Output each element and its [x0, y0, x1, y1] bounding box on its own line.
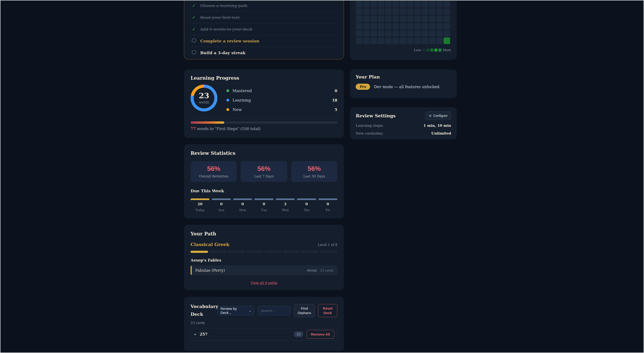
settings-row-label: New cards/day: [356, 131, 384, 136]
heatmap-cell [436, 16, 443, 22]
donut-legend-row: Learning18 [226, 95, 337, 105]
checkmark-icon: ✓ [191, 15, 196, 20]
deck-group-count-badge: 23 [294, 331, 303, 337]
legend-dot [226, 99, 229, 102]
book-accent-stripe [190, 265, 192, 275]
due-day-count: 0 [212, 202, 230, 206]
expand-caret-icon[interactable]: ▶ [194, 333, 196, 335]
heatmap-cell [378, 30, 384, 37]
heatmap-cell [429, 1, 436, 8]
heatmap-legend-more: More [443, 48, 451, 52]
due-day-label: Wed [276, 208, 295, 212]
view-all-paths-link[interactable]: View all 4 paths [190, 281, 337, 285]
legend-dot [226, 89, 229, 92]
heatmap-cell [436, 30, 443, 37]
checklist-item[interactable]: ✓Read your first text [191, 12, 336, 23]
heatmap-cell [407, 30, 414, 37]
heatmap-cell [370, 8, 377, 15]
checklist-item[interactable]: ✓Add 5 words to your deck [191, 23, 336, 35]
heatmap-cell [385, 1, 392, 8]
due-day-count: 0 [297, 202, 316, 206]
heatmap-cell [444, 30, 450, 37]
legend-label: New [232, 107, 242, 112]
checkmark-icon: ✓ [191, 3, 196, 8]
heatmap-cell [422, 16, 428, 22]
heatmap-cell [444, 1, 450, 8]
plan-description: Dev mode — all features unlocked. [374, 85, 440, 89]
vocabulary-deck-card: Vocabulary Deck Review by Deck... ⌄ Find… [184, 297, 344, 351]
donut-word-count: 23 [199, 92, 210, 99]
settings-row: New cards/day:Unlimited [356, 131, 451, 136]
heatmap-legend-swatch [430, 49, 434, 52]
settings-row: Learning steps:1 min, 10 min [356, 124, 451, 128]
path-level-segment [228, 251, 245, 253]
heatmap-cell [392, 30, 399, 37]
stat-label: Last 30 Days [304, 174, 325, 178]
your-path-card: Your Path Classical Greek Level 1 of 8 A… [184, 225, 344, 290]
donut-center: 23 words [194, 88, 214, 108]
heatmap-cell [400, 16, 406, 22]
heatmap-cell [392, 23, 399, 30]
circle-icon [191, 38, 196, 44]
search-input[interactable] [258, 306, 291, 315]
deck-group-row[interactable]: ▶ 257 23 Remove All [190, 328, 337, 340]
heatmap-cell [356, 38, 362, 44]
heatmap-cell [422, 1, 428, 8]
deck-group-name: 257 [200, 332, 208, 336]
heatmap-cell [422, 23, 428, 30]
heatmap-cell [363, 1, 370, 8]
path-level-text: Level 1 of 8 [318, 243, 337, 247]
heatmap-cell [392, 1, 399, 8]
checklist-item[interactable]: Build a 3-day streak [191, 47, 336, 59]
dashboard-page: ✓Choose a learning path✓Read your first … [0, 0, 644, 353]
heatmap-cell [414, 30, 421, 37]
heatmap-cell [363, 38, 370, 44]
legend-label: Mastered [232, 88, 252, 93]
heatmap-legend-swatch [434, 49, 438, 52]
heatmap-cell [363, 23, 370, 30]
settings-row-value: Unlimited [431, 131, 451, 136]
due-day-column: 20Today [190, 198, 210, 212]
heatmap-cell [400, 30, 406, 37]
legend-value: 18 [332, 98, 337, 103]
due-day-column: 0Thu [297, 198, 316, 212]
book-row[interactable]: Fabulae (Perry) Aesop 23 cards [190, 265, 337, 275]
heatmap-cell [385, 23, 392, 30]
due-day-bar [190, 198, 210, 200]
heatmap-cell [363, 16, 370, 22]
chevron-down-icon: ⌄ [249, 309, 252, 312]
heatmap-cell [444, 23, 450, 30]
heatmap-cell [444, 8, 450, 15]
heatmap-cell [392, 16, 399, 22]
review-mode-select[interactable]: Review by Deck... ⌄ [218, 306, 254, 315]
checklist-item[interactable]: Complete a review session [191, 35, 336, 47]
heatmap-cell [392, 38, 399, 44]
review-statistics-card: Review Statistics 56%Overall Retention56… [184, 144, 344, 218]
plan-row: Pro Dev mode — all features unlocked. [356, 84, 451, 90]
heatmap-legend-swatch [426, 49, 430, 52]
remove-all-button[interactable]: Remove All [306, 330, 334, 339]
heatmap-cell [378, 16, 384, 22]
review-statistics-title: Review Statistics [190, 150, 337, 156]
heatmap-cell [378, 38, 384, 44]
milestone-progress-bar [190, 121, 337, 124]
due-day-bar [212, 198, 230, 200]
heatmap-cell [429, 23, 436, 30]
heatmap-cell [414, 38, 421, 44]
heatmap-cell [378, 8, 384, 15]
heatmap-cell [370, 1, 377, 8]
heatmap-cell [444, 16, 450, 22]
due-day-label: Mon [233, 208, 252, 212]
configure-button[interactable]: ⚙ Configure [426, 112, 451, 120]
find-orphans-button[interactable]: Find Orphans [294, 304, 315, 317]
path-level-segment [264, 251, 282, 253]
checklist-item[interactable]: ✓Choose a learning path [191, 0, 336, 12]
your-path-title: Your Path [190, 231, 337, 237]
due-day-bar [276, 198, 295, 200]
heatmap-cell [400, 23, 406, 30]
reset-deck-button[interactable]: Reset Deck [318, 304, 337, 317]
heatmap-cell [385, 16, 392, 22]
activity-heatmap-card: Less More [350, 0, 457, 60]
your-plan-title: Your Plan [356, 74, 451, 79]
heatmap-cell [436, 23, 443, 30]
